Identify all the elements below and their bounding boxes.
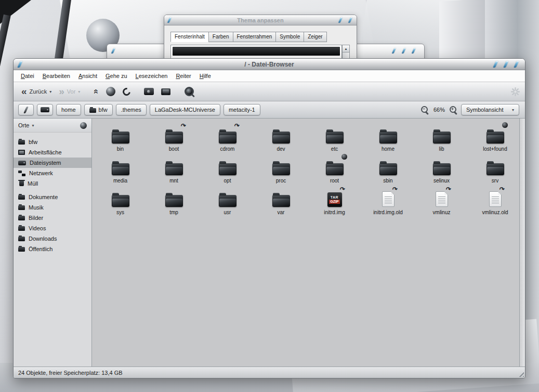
menu-item-gehe-zu[interactable]: Gehe zu [101,71,132,81]
file-vmlinuz-old[interactable]: ↷vmlinuz.old [468,188,522,220]
path-button-metacity-1[interactable]: metacity-1 [224,104,260,115]
maximize-button[interactable] [402,48,406,54]
tab-fensterinhalt[interactable]: Fensterinhalt [170,32,208,42]
sidebar-item-m-ll[interactable]: Müll [14,178,91,189]
places-caret[interactable]: ▾ [32,123,34,128]
edit-location-button[interactable] [18,104,34,115]
file-root[interactable]: root [308,156,361,188]
path-button-home[interactable]: home [56,104,81,115]
file-bin[interactable]: bin [94,125,147,156]
file-selinux[interactable]: selinux [415,156,468,188]
file-var[interactable]: var [254,188,308,220]
maximize-button[interactable] [503,61,509,68]
file-cdrom[interactable]: ↷cdrom [201,125,254,156]
filesystem-root-button[interactable] [37,104,53,115]
zoom-in-icon[interactable] [449,106,458,114]
minimize-button[interactable] [392,48,397,54]
file-srv[interactable]: srv [468,156,522,188]
link-emblem-icon: ↷ [181,122,187,129]
computer-button[interactable] [159,87,173,97]
file-initrd-img[interactable]: TARGZIP↷initrd.img [308,188,361,220]
resize-grip[interactable] [517,370,524,377]
file-home[interactable]: home [361,125,415,156]
title-bar[interactable]: / - Datei-Browser [14,59,525,70]
folder-icon [433,163,451,175]
tab-symbole[interactable]: Symbole [275,32,304,42]
file-label: vmlinuz.old [482,210,508,215]
sidebar-item-netzwerk[interactable]: Netzwerk [14,168,91,178]
sidebar-item-dateisystem[interactable]: Dateisystem [14,158,91,168]
up-button[interactable]: « [91,86,101,97]
path-buttons: homebfw.themesLaGaDesk-MCUniversemetacit… [56,104,260,115]
file-sys[interactable]: sys [94,188,147,220]
locked-emblem-icon [502,122,508,128]
folder-icon [219,195,236,207]
zoom-out-icon[interactable] [420,106,429,114]
file-area[interactable]: bin↷boot↷cdromdevetchomeliblost+foundmed… [92,119,525,367]
file-vmlinuz[interactable]: ↷vmlinuz [415,188,468,220]
file-media[interactable]: media [94,156,147,188]
menu-item-bearbeiten[interactable]: Bearbeiten [38,71,74,81]
folder-icon [165,132,183,143]
scroll-up-button[interactable]: ▴ [343,45,349,53]
sidebar-item-downloads[interactable]: Downloads [14,233,91,244]
folder-icon [379,132,397,143]
file-lib[interactable]: lib [415,125,468,156]
window-menu-button[interactable] [111,48,116,54]
sidebar-item-musik[interactable]: Musik [14,202,91,213]
view-mode-select[interactable]: Symbolansicht ▾ [461,104,519,115]
menu-item-datei[interactable]: Datei [17,71,38,81]
file-label: lib [439,146,444,152]
menu-item-lesezeichen[interactable]: Lesezeichen [132,71,172,81]
forward-dropdown-caret[interactable]: ▾ [78,89,80,94]
menu-item-ansicht[interactable]: Ansicht [74,71,101,81]
tab-farben[interactable]: Farben [208,32,233,42]
sidebar-item-arbeitsfl-che[interactable]: Arbeitsfläche [14,147,91,158]
sidebar-item-videos[interactable]: Videos [14,223,91,233]
folder-icon [112,132,129,143]
file-usr[interactable]: usr [201,188,254,220]
file-initrd-img-old[interactable]: ↷initrd.img.old [361,188,415,220]
scrollbar[interactable] [519,119,525,367]
sidebar-item-bilder[interactable]: Bilder [14,213,91,223]
file-proc[interactable]: proc [254,156,308,188]
globe-icon[interactable] [80,122,87,129]
sidebar-item-bfw[interactable]: bfw [14,137,91,147]
home-button[interactable] [141,86,156,97]
path-button-themes[interactable]: .themes [116,104,147,115]
link-emblem-icon: ↷ [234,122,241,129]
sidebar-item-label: Müll [28,180,38,187]
file-lost-found[interactable]: lost+found [468,125,522,156]
file-mnt[interactable]: mnt [147,156,201,188]
file-boot[interactable]: ↷boot [147,125,201,156]
search-button[interactable] [181,85,198,98]
selected-theme-row[interactable] [173,47,340,56]
sidebar-item-dokumente[interactable]: Dokumente [14,192,91,202]
folder-icon [379,163,397,175]
sidebar-item-ffentlich[interactable]: Öffentlich [14,244,91,254]
stop-button[interactable] [103,85,118,98]
file-browser-window: / - Datei-Browser DateiBearbeitenAnsicht… [13,58,525,378]
back-button[interactable]: « Zurück ▾ [19,86,54,97]
menu-item-reiter[interactable]: Reiter [172,71,195,81]
places-header[interactable]: Orte ▾ [14,119,91,133]
reload-button[interactable] [120,86,133,97]
title-bar[interactable]: Thema anpassen [164,15,357,25]
tab-zeiger[interactable]: Zeiger [304,32,326,42]
stop-icon [106,87,115,96]
desktop: Thema anpassen FensterinhaltFarbenFenste… [0,0,539,392]
forward-button[interactable]: » Vor ▾ [56,86,83,97]
file-etc[interactable]: etc [308,125,361,156]
menu-item-hilfe[interactable]: Hilfe [195,71,215,81]
back-dropdown-caret[interactable]: ▾ [49,89,51,94]
tab-fensterrahmen[interactable]: Fensterrahmen [233,32,276,42]
file-sbin[interactable]: sbin [361,156,415,188]
path-button-lagadesk-mcuniverse[interactable]: LaGaDesk-MCUniverse [150,104,220,115]
file-dev[interactable]: dev [254,125,308,156]
view-mode-value: Symbolansicht [466,107,504,113]
computer-icon [161,88,170,95]
file-tmp[interactable]: tmp [147,188,201,220]
path-button-bfw[interactable]: bfw [84,104,113,115]
file-opt[interactable]: opt [201,156,254,188]
close-button[interactable] [412,48,416,54]
